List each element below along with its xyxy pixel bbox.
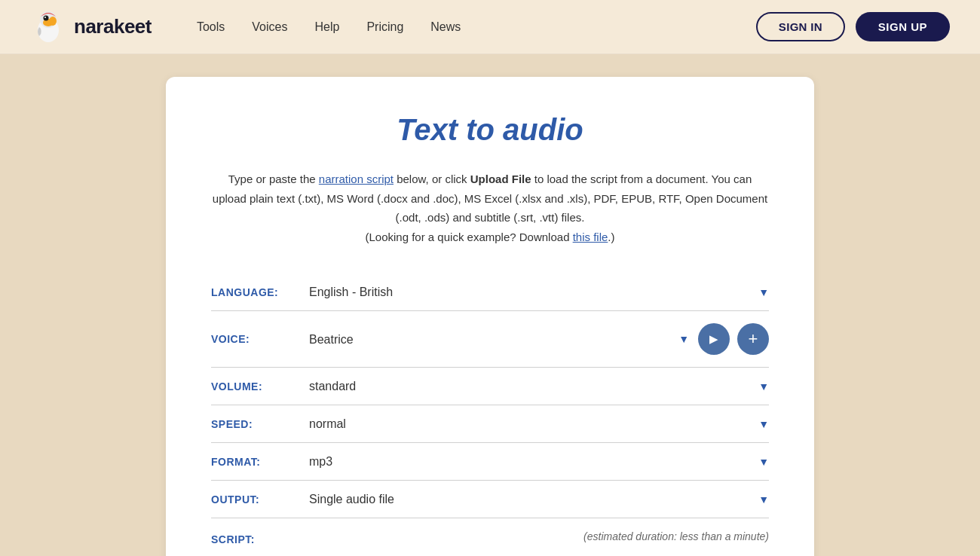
upload-file-label: Upload File: [470, 173, 531, 185]
format-select[interactable]: mp3 wav ogg m4a: [309, 455, 769, 468]
script-duration-estimate: (estimated duration: less than a minute): [309, 530, 769, 542]
volume-select[interactable]: standard loud soft x-loud x-soft: [309, 380, 769, 393]
voice-actions: ▶ +: [698, 323, 769, 355]
format-label: FORMAT:: [211, 456, 309, 468]
nav-help[interactable]: Help: [314, 20, 339, 33]
svg-point-3: [44, 15, 49, 20]
navbar: narakeet Tools Voices Help Pricing News …: [0, 0, 980, 54]
volume-row: VOLUME: standard loud soft x-loud x-soft…: [211, 368, 769, 405]
language-label: LANGUAGE:: [211, 286, 309, 298]
play-icon: ▶: [709, 332, 718, 346]
speed-label: SPEED:: [211, 418, 309, 430]
this-file-link[interactable]: this file: [573, 231, 608, 243]
desc-part1: Type or paste the: [228, 173, 319, 185]
voice-add-button[interactable]: +: [737, 323, 769, 355]
example-text: (Looking for a quick example? Download: [365, 231, 572, 243]
script-row: SCRIPT: (estimated duration: less than a…: [211, 518, 769, 556]
voice-play-button[interactable]: ▶: [698, 323, 730, 355]
logo-link[interactable]: narakeet: [30, 9, 152, 45]
logo-text: narakeet: [74, 15, 152, 38]
plus-icon: +: [749, 331, 758, 347]
svg-point-4: [44, 17, 46, 18]
output-select[interactable]: Single audio file Multiple audio files A…: [309, 493, 769, 506]
output-label: OUTPUT:: [211, 493, 309, 506]
signin-button[interactable]: SIGN IN: [756, 12, 845, 41]
language-select[interactable]: English - British English - American Eng…: [309, 286, 769, 298]
output-select-wrapper: Single audio file Multiple audio files A…: [309, 493, 769, 506]
nav-tools[interactable]: Tools: [197, 20, 225, 33]
voice-row: VOICE: Beatrice Alice Bob Charlie ▼ ▶ +: [211, 311, 769, 368]
description-text: Type or paste the narration script below…: [211, 170, 769, 246]
signup-button[interactable]: SIGN UP: [856, 12, 950, 41]
nav-pricing[interactable]: Pricing: [366, 20, 403, 33]
output-row: OUTPUT: Single audio file Multiple audio…: [211, 481, 769, 518]
volume-select-wrapper: standard loud soft x-loud x-soft ▼: [309, 380, 769, 393]
nav-voices[interactable]: Voices: [252, 20, 287, 33]
main-content: Text to audio Type or paste the narratio…: [0, 54, 980, 556]
language-row: LANGUAGE: English - British English - Am…: [211, 273, 769, 311]
main-card: Text to audio Type or paste the narratio…: [166, 77, 814, 556]
narration-script-link[interactable]: narration script: [319, 173, 394, 185]
format-select-wrapper: mp3 wav ogg m4a ▼: [309, 455, 769, 468]
desc-part2: below, or click: [394, 173, 470, 185]
voice-label: VOICE:: [211, 333, 309, 345]
format-row: FORMAT: mp3 wav ogg m4a ▼: [211, 443, 769, 481]
nav-actions: SIGN IN SIGN UP: [756, 12, 950, 41]
speed-row: SPEED: normal slow fast x-slow x-fast ▼: [211, 405, 769, 443]
volume-label: VOLUME:: [211, 380, 309, 393]
nav-links: Tools Voices Help Pricing News: [197, 20, 461, 34]
speed-select[interactable]: normal slow fast x-slow x-fast: [309, 417, 769, 430]
page-title: Text to audio: [211, 113, 769, 147]
svg-point-5: [49, 17, 57, 26]
nav-news[interactable]: News: [430, 20, 461, 33]
language-select-wrapper: English - British English - American Eng…: [309, 286, 769, 298]
script-label: SCRIPT:: [211, 530, 309, 545]
voice-select-wrapper: Beatrice Alice Bob Charlie ▼: [309, 333, 689, 346]
speed-select-wrapper: normal slow fast x-slow x-fast ▼: [309, 417, 769, 430]
logo-icon: [30, 9, 66, 45]
example-end: .): [608, 231, 614, 243]
voice-select[interactable]: Beatrice Alice Bob Charlie: [309, 333, 689, 346]
